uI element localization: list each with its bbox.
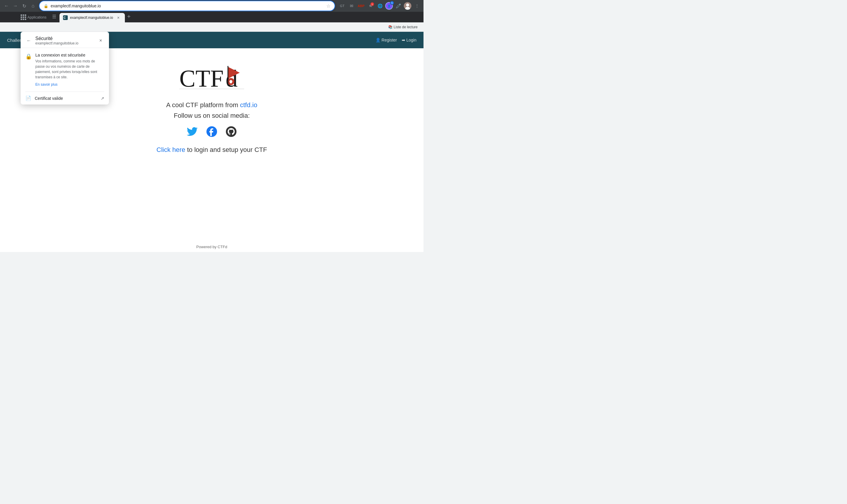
twitter-icon[interactable] [185, 124, 200, 139]
reading-list-icon: 📚 [388, 25, 392, 29]
cert-text: Certificat valide [35, 96, 97, 101]
bookmarks-bar: 📚 Liste de lecture [0, 22, 423, 32]
address-bar[interactable]: 🔒 examplectf.manguitoblue.io ☆ [39, 1, 335, 11]
extensions-icon[interactable]: 🧷 [394, 2, 402, 10]
sidebar-toggle[interactable]: ☰ [50, 12, 58, 21]
menu-button[interactable]: ⋮ [413, 2, 421, 10]
popup-back-button[interactable]: ← [25, 37, 32, 44]
nav-buttons: ← → ↻ ⌂ [2, 2, 37, 10]
back-button[interactable]: ← [2, 2, 11, 10]
svg-text:CTF: CTF [179, 65, 224, 92]
svg-text:C: C [64, 16, 66, 19]
svg-point-11 [226, 126, 236, 137]
popup-header: ← Sécurité examplectf.manguitoblue.io × [21, 32, 109, 48]
site-footer: Powered by CTFd [0, 245, 423, 249]
social-icons [185, 124, 239, 139]
footer-text: Powered by CTFd [196, 245, 227, 249]
active-tab[interactable]: C examplectf.manguitoblue.io × [59, 13, 125, 22]
cert-external-link-icon[interactable]: ↗ [101, 96, 104, 101]
tab-favicon: C [63, 15, 68, 20]
click-here-text: Click here to login and setup your CTF [156, 146, 267, 154]
translate-icon[interactable]: 🌐 [376, 2, 384, 10]
new-tab-button[interactable]: + [125, 13, 133, 22]
tab-title: examplectf.manguitoblue.io [70, 16, 113, 20]
login-button[interactable]: ➡ Login [402, 38, 417, 42]
popup-title-section: Sécurité examplectf.manguitoblue.io [35, 36, 94, 45]
home-button[interactable]: ⌂ [29, 2, 37, 10]
follow-text: Follow us on social media: [174, 112, 250, 120]
profile-photo[interactable] [404, 2, 412, 10]
popup-close-button[interactable]: × [97, 37, 104, 44]
popup-title: Sécurité [35, 36, 94, 41]
learn-more-link[interactable]: En savoir plus [35, 83, 57, 87]
popup-lock-icon: 🔒 [25, 53, 32, 60]
title-bar: ← → ↻ ⌂ 🔒 examplectf.manguitoblue.io ☆ G… [0, 0, 423, 12]
mail-icon[interactable]: ✉ [348, 2, 356, 10]
register-label: Register [382, 38, 397, 42]
apps-grid-button[interactable]: Applications [21, 14, 49, 22]
cert-row: 📄 Certificat valide ↗ [21, 92, 109, 105]
security-popup: ← Sécurité examplectf.manguitoblue.io × … [21, 32, 109, 105]
abp-icon[interactable]: ABP [357, 2, 365, 10]
profile-avatar[interactable]: 👤 5 [385, 2, 393, 10]
site-nav-right: 👤 Register ➡ Login [375, 38, 417, 42]
notification-badge: 5 [390, 1, 394, 5]
cert-icon: 📄 [25, 95, 31, 101]
url-text: examplectf.manguitoblue.io [51, 3, 324, 8]
setup-link[interactable]: Click here [156, 146, 185, 154]
click-here-suffix: to login and setup your CTF [185, 146, 267, 154]
forward-button[interactable]: → [11, 2, 19, 10]
lock-icon: 🔒 [43, 4, 48, 8]
reload-button[interactable]: ↻ [20, 2, 28, 10]
connection-title: La connexion est sécurisée [35, 53, 104, 57]
reading-list-button[interactable]: 📚 Liste de lecture [386, 24, 420, 30]
reading-list-label: Liste de lecture [394, 25, 418, 29]
popup-secure-section: 🔒 La connexion est sécurisée Vos informa… [21, 48, 109, 92]
tagline: A cool CTF platform from ctfd.io [166, 101, 257, 109]
extension-icon-2[interactable]: 🛠 1 [366, 2, 375, 10]
bookmark-star-button[interactable]: ☆ [326, 3, 331, 9]
apps-label: Applications [28, 15, 47, 19]
tab-bar: Applications ☰ C examplectf.manguitoblue… [0, 12, 423, 22]
extension-icon-1[interactable]: GT [338, 2, 346, 10]
secure-connection-row: 🔒 La connexion est sécurisée Vos informa… [25, 53, 104, 87]
svg-rect-7 [230, 81, 232, 83]
tagline-text: A cool CTF platform from [166, 101, 240, 109]
connection-desc: Vos informations, comme vos mots de pass… [35, 58, 104, 80]
facebook-icon[interactable] [205, 124, 219, 139]
github-icon[interactable] [224, 124, 239, 139]
register-icon: 👤 [375, 38, 381, 42]
register-button[interactable]: 👤 Register [375, 38, 397, 42]
ctfd-link[interactable]: ctfd.io [240, 101, 258, 109]
popup-domain: examplectf.manguitoblue.io [35, 41, 94, 45]
login-label: Login [406, 38, 417, 42]
connection-info: La connexion est sécurisée Vos informati… [35, 53, 104, 87]
apps-grid-icon [21, 14, 26, 20]
toolbar-icons: GT ✉ ABP 🛠 1 🌐 👤 5 🧷 ⋮ [338, 2, 421, 10]
ctfd-logo: CTF d [179, 60, 244, 95]
login-icon: ➡ [402, 38, 405, 42]
tab-close-button[interactable]: × [116, 15, 121, 21]
website-content: Challenges 👤 Register ➡ Login CTF d [0, 32, 423, 252]
